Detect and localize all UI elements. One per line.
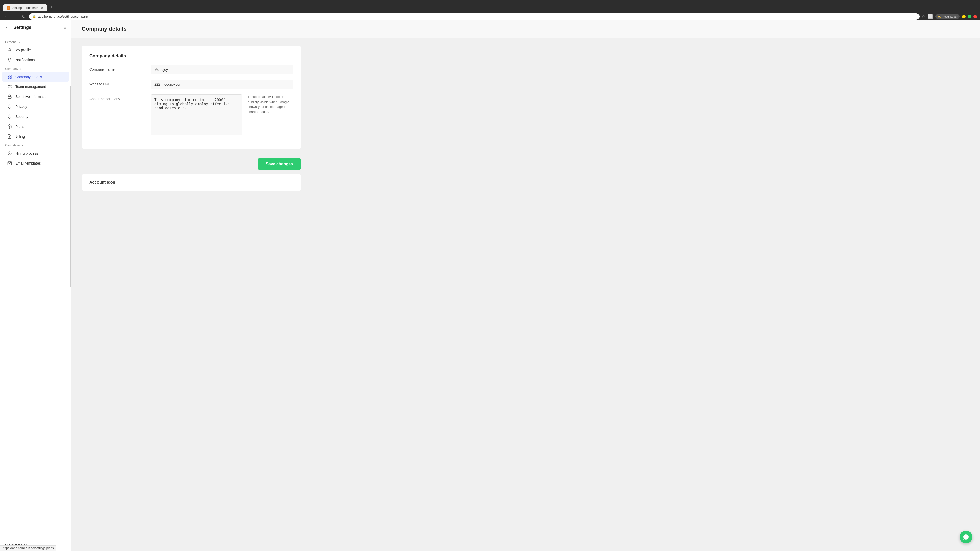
main-content: Company details Company details Company … [72, 20, 980, 551]
sidebar-scroll-indicator [70, 86, 71, 288]
svg-text:H: H [8, 7, 9, 9]
about-company-label: About the company [89, 94, 145, 101]
sidebar-item-label: Security [15, 114, 28, 119]
tab-title: Settings · Homerun [12, 6, 38, 10]
incognito-icon: 🕵 [937, 15, 941, 18]
sidebar-item-label: Hiring process [15, 151, 38, 156]
sidebar-section-personal: Personal ▾ [0, 38, 71, 45]
lock-icon [7, 94, 12, 99]
hint-text: These details will also be publicly visi… [248, 94, 293, 114]
active-tab[interactable]: H Settings · Homerun ✕ [3, 4, 47, 11]
about-company-row: About the company This company started i… [89, 94, 293, 136]
sidebar-item-hiring-process[interactable]: Hiring process [2, 148, 69, 158]
people-icon [7, 84, 12, 89]
bookmark-btn[interactable]: ☆ [921, 14, 925, 19]
new-tab-btn[interactable]: + [48, 3, 56, 11]
svg-rect-6 [10, 77, 11, 79]
sidebar-item-plans[interactable]: Plans [2, 122, 69, 131]
shield-icon [7, 104, 12, 109]
nav-buttons: ← → ↻ [3, 13, 27, 20]
company-name-label: Company name [89, 65, 145, 71]
company-name-row: Company name [89, 65, 293, 75]
account-icon-card: Account icon [82, 174, 301, 191]
window-controls [962, 15, 977, 18]
sidebar-item-billing[interactable]: Billing [2, 132, 69, 141]
sidebar-item-label: Notifications [15, 58, 35, 62]
sidebar-item-label: Plans [15, 124, 24, 129]
company-name-input-wrapper [151, 65, 293, 75]
sidebar-item-label: Sensitive information [15, 95, 48, 99]
sidebar-item-my-profile[interactable]: My profile [2, 45, 69, 55]
sidebar-item-label: Email templates [15, 161, 41, 165]
grid-icon [7, 74, 12, 79]
chat-button[interactable] [959, 530, 972, 543]
sidebar-header: ← Settings « [0, 20, 71, 35]
svg-rect-4 [10, 75, 11, 76]
main-body: Company details Company name Website URL [72, 38, 980, 551]
person-icon [7, 48, 12, 52]
browser-actions: ☆ ⬜ 🕵 Incognito (3) [921, 14, 977, 19]
svg-point-7 [9, 85, 10, 86]
svg-rect-9 [8, 97, 11, 98]
sidebar-item-sensitive-information[interactable]: Sensitive information [2, 92, 69, 102]
minimize-btn[interactable] [962, 15, 966, 18]
sidebar-back-btn[interactable]: ← [5, 24, 10, 30]
sidebar: ← Settings « Personal ▾ My profile [0, 20, 72, 551]
svg-point-2 [9, 48, 11, 50]
forward-btn[interactable]: → [12, 13, 19, 20]
sidebar-title: Settings [13, 25, 32, 30]
sidebar-container: Personal ▾ My profile Notifications [0, 35, 71, 540]
envelope-icon [7, 161, 12, 166]
sidebar-item-notifications[interactable]: Notifications [2, 55, 69, 65]
sidebar-item-label: My profile [15, 48, 31, 52]
page-title: Company details [82, 25, 970, 32]
about-company-textarea[interactable]: This company started in the 2000's aimin… [151, 94, 242, 135]
app-container: ← Settings « Personal ▾ My profile [0, 20, 980, 551]
website-url-input[interactable] [151, 79, 293, 89]
svg-rect-3 [8, 75, 9, 76]
svg-rect-5 [8, 77, 9, 79]
personal-chevron-icon: ▾ [19, 41, 20, 44]
reload-btn[interactable]: ↻ [21, 13, 27, 20]
about-company-input-wrapper: This company started in the 2000's aimin… [151, 94, 242, 136]
save-area: Save changes [82, 154, 301, 174]
sidebar-item-company-details[interactable]: Company details [2, 72, 69, 82]
save-changes-button[interactable]: Save changes [258, 158, 301, 170]
sidebar-item-label: Billing [15, 135, 25, 138]
tab-favicon: H [6, 6, 10, 10]
lock-shield-icon [7, 114, 12, 119]
sidebar-section-company: Company ▾ [0, 65, 71, 72]
svg-point-8 [10, 85, 11, 86]
sidebar-section-candidates: Candidates ▾ [0, 141, 71, 148]
receipt-icon [7, 134, 12, 139]
sidebar-item-label: Company details [15, 75, 42, 79]
maximize-btn[interactable] [968, 15, 971, 18]
sidebar-item-team-management[interactable]: Team management [2, 82, 69, 92]
address-bar[interactable]: 🔒 app.homerun.co/settings/company [29, 13, 920, 20]
website-url-input-wrapper [151, 79, 293, 89]
sidebar-collapse-btn[interactable]: « [64, 25, 66, 30]
section-title: Company details [89, 53, 293, 59]
sidebar-item-privacy[interactable]: Privacy [2, 102, 69, 111]
website-url-row: Website URL [89, 79, 293, 89]
back-btn[interactable]: ← [3, 13, 10, 20]
sidebar-item-security[interactable]: Security [2, 112, 69, 121]
circle-check-icon [7, 151, 12, 156]
browser-toolbar: ← → ↻ 🔒 app.homerun.co/settings/company … [3, 13, 977, 20]
close-btn[interactable] [974, 15, 977, 18]
browser-chrome: H Settings · Homerun ✕ + ← → ↻ 🔒 app.hom… [0, 0, 980, 20]
main-header: Company details [72, 20, 980, 38]
sidebar-item-label: Privacy [15, 105, 27, 109]
tab-close-btn[interactable]: ✕ [41, 6, 44, 10]
sidebar-title-area: ← Settings [5, 24, 32, 30]
sidebar-item-email-templates[interactable]: Email templates [2, 159, 69, 168]
lock-icon: 🔒 [32, 15, 36, 18]
sidebar-item-label: Team management [15, 85, 46, 89]
split-view-btn[interactable]: ⬜ [928, 14, 933, 19]
candidates-chevron-icon: ▾ [22, 144, 24, 147]
company-name-input[interactable] [151, 65, 293, 75]
company-chevron-icon: ▾ [20, 68, 21, 70]
company-details-card: Company details Company name Website URL [82, 46, 301, 149]
box-icon [7, 124, 12, 129]
incognito-badge: 🕵 Incognito (3) [935, 14, 959, 19]
